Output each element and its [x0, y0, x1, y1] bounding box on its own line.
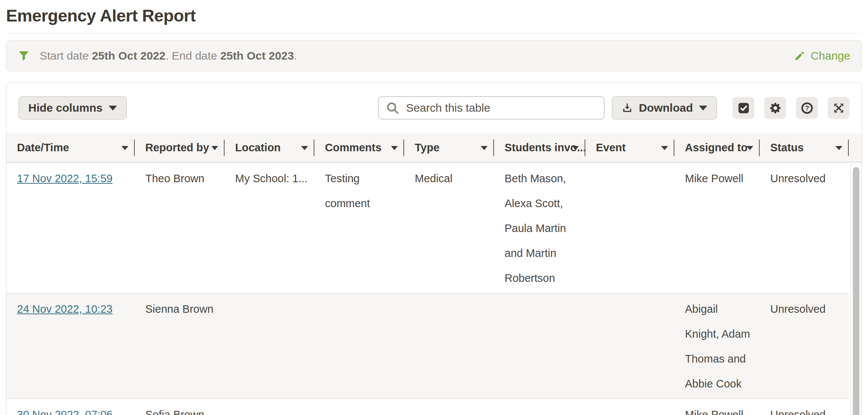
cell-date-time: 30 Nov 2022, 07:06 [6, 399, 135, 415]
change-label: Change [811, 49, 850, 62]
hide-columns-button[interactable]: Hide columns [18, 96, 127, 120]
alert-detail-link[interactable]: 17 Nov 2022, 15:59 [17, 172, 112, 184]
column-header-reported-by[interactable]: Reported by [135, 133, 225, 163]
end-date-label: . End date [166, 49, 220, 62]
cell-type: Medical [404, 163, 494, 293]
column-header-status[interactable]: Status [760, 133, 849, 163]
cell-event [585, 163, 674, 293]
column-header-location[interactable]: Location [225, 133, 314, 163]
change-date-range-link[interactable]: Change [794, 49, 850, 62]
question-circle-icon: ? [801, 102, 813, 114]
cell-status: Unresolved [760, 163, 849, 293]
sort-caret-icon [836, 146, 842, 150]
cell-assigned-to: Abigail Knight, Adam Thomas and Abbie Co… [674, 293, 760, 399]
table-search [378, 96, 605, 120]
column-header-type[interactable]: Type [404, 133, 494, 163]
report-table-panel: Hide columns Download [6, 82, 862, 415]
cell-location [225, 293, 314, 399]
sort-caret-icon [391, 146, 398, 150]
cell-date-time: 17 Nov 2022, 15:59 [6, 163, 135, 293]
report-table: Date/Time Reported by Location Comments … [6, 133, 849, 415]
table-row: 17 Nov 2022, 15:59 Theo Brown My School:… [6, 163, 849, 293]
check-square-icon [737, 102, 750, 114]
caret-down-icon [699, 106, 707, 111]
column-header-date-time[interactable]: Date/Time [6, 133, 135, 163]
gear-icon [769, 102, 782, 114]
sort-caret-icon [481, 146, 488, 150]
sort-caret-icon [301, 146, 308, 150]
cell-reported-by: Theo Brown [135, 163, 225, 293]
sort-caret-icon [661, 146, 668, 150]
column-header-event[interactable]: Event [585, 133, 674, 163]
magnifier-icon [386, 101, 399, 115]
cell-students-involved [494, 293, 585, 399]
header-filler [849, 133, 862, 163]
period: . [294, 49, 297, 62]
filter-funnel-icon [18, 50, 30, 62]
date-range-text: Start date 25th Oct 2022. End date 25th … [40, 49, 297, 62]
cell-type [404, 293, 494, 399]
cell-comments [314, 399, 404, 415]
caret-down-icon [109, 106, 117, 111]
table-row: 30 Nov 2022, 07:06 Sofia Brown Mike Powe… [6, 399, 849, 415]
cell-event [585, 293, 674, 399]
cell-type [404, 399, 494, 415]
start-date-value: 25th Oct 2022 [92, 49, 165, 62]
column-header-assigned-to[interactable]: Assigned to [674, 133, 760, 163]
tasks-button[interactable] [733, 97, 754, 119]
page-title: Emergency Alert Report [6, 6, 862, 26]
svg-text:?: ? [805, 105, 809, 112]
cell-date-time: 24 Nov 2022, 10:23 [6, 293, 135, 399]
cell-assigned-to: Mike Powell [674, 163, 760, 293]
help-button[interactable]: ? [796, 97, 818, 119]
cell-comments [314, 293, 404, 399]
cell-status: Unresolved [760, 293, 849, 399]
cell-reported-by: Sofia Brown [135, 399, 225, 415]
download-button[interactable]: Download [612, 96, 717, 120]
column-header-students-involved[interactable]: Students invo... [494, 133, 585, 163]
table-area: Date/Time Reported by Location Comments … [6, 133, 862, 415]
sort-caret-icon [572, 146, 579, 150]
column-header-comments[interactable]: Comments [314, 133, 404, 163]
settings-button[interactable] [764, 97, 786, 119]
pencil-icon [794, 50, 805, 61]
cell-location: My School: 1... [225, 163, 314, 293]
vertical-scrollbar-thumb[interactable] [853, 167, 859, 415]
page-header: Emergency Alert Report [6, 0, 862, 34]
start-date-label: Start date [40, 49, 92, 62]
cell-event [585, 399, 674, 415]
cell-students-involved [494, 399, 585, 415]
date-filter-bar: Start date 25th Oct 2022. End date 25th … [6, 40, 862, 71]
fullscreen-button[interactable] [828, 97, 850, 119]
toolbar-icon-group: ? [733, 97, 850, 119]
search-input[interactable] [378, 96, 605, 120]
download-icon [622, 102, 633, 114]
cell-location [225, 399, 314, 415]
cell-comments: Testing comment [314, 163, 404, 293]
sort-caret-icon [211, 146, 218, 150]
expand-arrows-icon [833, 102, 845, 114]
cell-assigned-to: Mike Powell [674, 399, 760, 415]
vertical-scrollbar-track [850, 163, 862, 415]
end-date-value: 25th Oct 2023 [220, 49, 294, 62]
sort-caret-icon [746, 146, 753, 150]
table-toolbar: Hide columns Download [6, 83, 862, 120]
alert-detail-link[interactable]: 24 Nov 2022, 10:23 [17, 303, 112, 315]
cell-reported-by: Sienna Brown [135, 293, 225, 399]
cell-students-involved: Beth Mason, Alexa Scott, Paula Martin an… [494, 163, 585, 293]
cell-status: Unresolved [760, 399, 849, 415]
sort-caret-icon [122, 146, 128, 150]
table-header-row: Date/Time Reported by Location Comments … [6, 133, 849, 163]
table-row: 24 Nov 2022, 10:23 Sienna Brown Abigail … [6, 293, 849, 399]
hide-columns-label: Hide columns [28, 101, 103, 114]
alert-detail-link[interactable]: 30 Nov 2022, 07:06 [17, 409, 112, 415]
download-label: Download [639, 101, 693, 114]
